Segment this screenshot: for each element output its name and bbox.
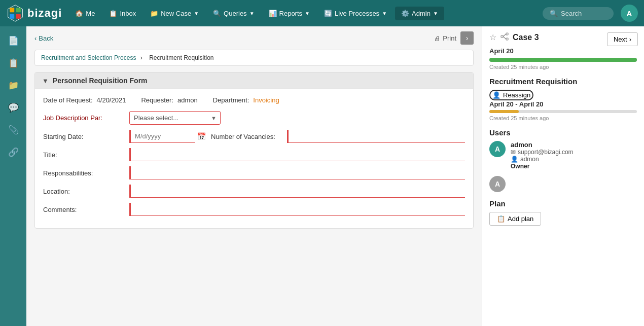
person-icon: 👤 [511, 156, 518, 163]
form-body: Date of Request: 4/20/2021 Requester: ad… [35, 89, 473, 228]
requester-meta: Requester: admon [141, 96, 197, 104]
title-label: Title: [43, 151, 124, 159]
logo-text: bizagi [27, 7, 62, 20]
back-chevron-icon: ‹ [34, 34, 37, 42]
case-progress-bar [489, 58, 637, 62]
user-role: Owner [511, 163, 574, 170]
live-processes-arrow: ▼ [382, 11, 387, 16]
add-plan-button[interactable]: 📋 Add plan [489, 212, 541, 226]
job-description-select[interactable]: Please select... [129, 111, 221, 125]
location-row: Location: [43, 185, 465, 198]
vacancies-label: Number of Vacancies: [211, 133, 282, 140]
next-button[interactable]: Next › [607, 32, 638, 46]
user-info-admon: admon ✉ support@bizagi.com 👤 admon Owner [511, 141, 574, 170]
starting-date-input[interactable] [129, 130, 195, 143]
starting-date-row: Starting Date: 📅 Number of Vacancies: [43, 130, 465, 143]
nav-admin[interactable]: ⚙️ Admin ▼ [395, 7, 444, 20]
department-value[interactable]: Invoicing [253, 96, 279, 104]
comments-row: Comments: [43, 203, 465, 216]
vacancies-input[interactable] [287, 130, 465, 143]
sidebar-item-chat[interactable]: 💬 [4, 98, 22, 117]
live-processes-icon: 🔄 [324, 10, 332, 17]
users-section: A admon ✉ support@bizagi.com 👤 admon Own… [489, 141, 637, 192]
sidebar-item-network[interactable]: 🔗 [4, 143, 22, 161]
new-case-icon: 📁 [150, 10, 158, 17]
star-icon[interactable]: ☆ [489, 32, 496, 42]
breadcrumb: Recruitment and Selection Process › Recr… [34, 50, 474, 66]
user-name: admon [511, 141, 574, 149]
user-avatar[interactable]: A [621, 5, 638, 22]
department-label: Department: [213, 96, 249, 104]
location-input[interactable] [129, 185, 465, 198]
queries-icon: 🔍 [213, 10, 221, 17]
user-avatar-admon: A [489, 141, 506, 157]
collapse-icon[interactable]: ▼ [42, 77, 49, 85]
breadcrumb-separator: › [140, 54, 142, 61]
sidebar-item-list[interactable]: 📋 [4, 54, 22, 72]
print-icon: 🖨 [434, 34, 441, 42]
comments-input[interactable] [129, 203, 465, 216]
logo[interactable]: bizagi [6, 4, 62, 22]
nav-live-processes[interactable]: 🔄 Live Processes ▼ [318, 7, 393, 20]
nav-new-case[interactable]: 📁 New Case ▼ [144, 7, 205, 20]
case-tree-icon [500, 32, 509, 42]
sidebar-item-dashboard[interactable]: 📄 [4, 31, 22, 50]
date-wrapper: 📅 [129, 130, 206, 143]
svg-line-8 [503, 34, 506, 37]
responsibilities-row: Responsabilities: [43, 166, 465, 179]
queries-arrow: ▼ [249, 11, 255, 16]
search-icon: 🔍 [550, 10, 558, 17]
reassign-btn-wrapper: 👤 Reassign [489, 90, 533, 100]
nav-reports[interactable]: 📊 Reports ▼ [263, 7, 316, 20]
responsibilities-input[interactable] [129, 166, 465, 179]
svg-rect-4 [16, 14, 21, 19]
job-description-label: Job Description Par: [43, 114, 124, 122]
left-sidebar: 📄 📋 📁 💬 📎 🔗 [0, 26, 26, 326]
svg-rect-3 [10, 14, 14, 19]
reports-icon: 📊 [269, 10, 277, 17]
plan-section: Plan 📋 Add plan [489, 199, 637, 226]
job-description-select-wrapper: Please select... ▼ [129, 111, 221, 125]
form-card: ▼ Personnel Requisition Form Date of Req… [34, 72, 474, 229]
users-title: Users [489, 128, 637, 137]
search-button[interactable]: 🔍 Search [543, 7, 614, 20]
comments-label: Comments: [43, 206, 124, 213]
top-nav: bizagi 🏠 Me 📋 Inbox 📁 New Case ▼ 🔍 Queri… [0, 0, 644, 26]
vacancies-row: Number of Vacancies: [211, 130, 465, 143]
sidebar-item-folder[interactable]: 📁 [4, 76, 22, 94]
breadcrumb-parent[interactable]: Recruitment and Selection Process [41, 54, 136, 61]
user-role-name: 👤 admon [511, 156, 574, 163]
svg-rect-7 [506, 38, 508, 40]
svg-rect-5 [501, 35, 503, 38]
case-created: Created 25 minutes ago [489, 64, 637, 70]
reassign-person-icon: 👤 [492, 91, 500, 99]
title-input[interactable] [129, 148, 465, 161]
user-avatar-second: A [489, 176, 506, 192]
admin-icon: ⚙️ [401, 10, 409, 17]
reports-arrow: ▼ [305, 11, 310, 16]
user-row-second: A [489, 176, 637, 192]
next-chevron-icon: › [629, 35, 631, 43]
nav-queries[interactable]: 🔍 Queries ▼ [207, 7, 260, 20]
nav-inbox[interactable]: 📋 Inbox [103, 7, 142, 20]
sidebar-item-attachment[interactable]: 📎 [4, 121, 22, 139]
location-label: Location: [43, 188, 124, 195]
svg-rect-6 [506, 33, 508, 35]
task-progress-bar [489, 110, 637, 113]
nav-me[interactable]: 🏠 Me [69, 7, 101, 20]
svg-rect-2 [16, 8, 21, 12]
back-button[interactable]: ‹ Back [34, 34, 53, 42]
form-meta-row: Date of Request: 4/20/2021 Requester: ad… [43, 96, 465, 104]
reassign-button[interactable]: 👤 Reassign [492, 91, 530, 99]
form-header: ▼ Personnel Requisition Form [35, 73, 473, 89]
collapse-panel-button[interactable]: › [460, 31, 474, 45]
main-layout: 📄 📋 📁 💬 📎 🔗 ‹ Back 🖨 Print › Recruitment [0, 26, 644, 326]
new-case-arrow: ▼ [194, 11, 199, 16]
date-of-request-meta: Date of Request: 4/20/2021 [43, 96, 126, 104]
requester-value: admon [177, 96, 198, 104]
breadcrumb-current: Recruitment Requisition [149, 54, 213, 61]
print-button[interactable]: 🖨 Print [434, 34, 456, 42]
job-description-row: Job Description Par: Please select... ▼ [43, 111, 465, 125]
task-title: Recruitment Requisition [489, 77, 637, 86]
calendar-icon[interactable]: 📅 [197, 132, 206, 140]
